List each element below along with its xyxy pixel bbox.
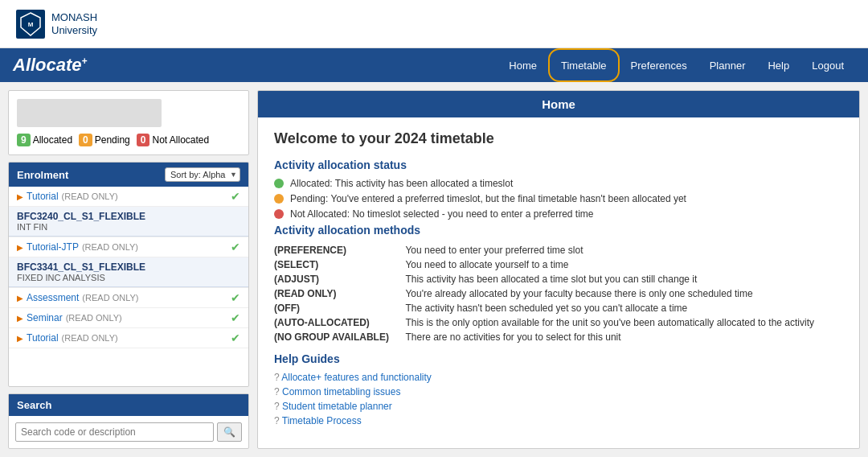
unit-bfc3341[interactable]: BFC3341_CL_S1_FLEXIBLE FIXED INC ANALYSI… xyxy=(9,257,248,287)
main-content: 9 Allocated 0 Pending 0 Not Allocated En… xyxy=(0,82,868,457)
pending-count: 0 xyxy=(79,134,92,146)
check-icon-1: ✔ xyxy=(231,190,240,203)
table-row: (PREFERENCE)You need to enter your prefe… xyxy=(274,243,843,257)
help-link[interactable]: Allocate+ features and functionality xyxy=(281,372,431,383)
method-value: This activity has been allocated a time … xyxy=(400,272,843,286)
list-item: ▶ Tutorial-JTP (READ ONLY) ✔ xyxy=(9,237,248,257)
table-row: (OFF)The activity hasn't been scheduled … xyxy=(274,301,843,315)
readonly-label-4: (READ ONLY) xyxy=(66,313,122,323)
method-value: The activity hasn't been scheduled yet s… xyxy=(400,301,843,315)
profile-image xyxy=(17,99,162,127)
top-bar: M MONASH University xyxy=(0,0,868,48)
method-key: (READ ONLY) xyxy=(274,286,400,301)
allocation-status-title: Activity allocation status xyxy=(274,159,843,171)
nav-timetable[interactable]: Timetable xyxy=(548,48,620,82)
method-value: There are no activities for you to selec… xyxy=(400,330,843,344)
triangle-icon-3: ▶ xyxy=(17,294,23,303)
list-item: Common timetabling issues xyxy=(274,386,843,397)
assessment-label: Assessment xyxy=(27,292,79,303)
table-row: (AUTO-ALLOCATED)This is the only option … xyxy=(274,315,843,330)
triangle-icon-5: ▶ xyxy=(17,334,23,343)
allocate-logo: Allocate+ xyxy=(13,55,88,76)
allocated-label: Allocated xyxy=(33,134,72,146)
tutorial-row-2[interactable]: ▶ Tutorial (READ ONLY) ✔ xyxy=(9,328,248,348)
status-item-not-allocated: Not Allocated: No timeslot selected - yo… xyxy=(274,208,843,220)
pending-label: Pending xyxy=(95,134,130,146)
enrolment-section: Enrolment Sort by: Alpha ▼ ▶ Tutorial (R xyxy=(8,162,249,387)
tutorial-jtp-row[interactable]: ▶ Tutorial-JTP (READ ONLY) ✔ xyxy=(9,237,248,257)
green-dot-icon xyxy=(274,179,284,188)
list-item: Student timetable planner xyxy=(274,401,843,412)
nav-planner[interactable]: Planner xyxy=(698,48,757,82)
status-badges: 9 Allocated 0 Pending 0 Not Allocated xyxy=(17,134,240,146)
list-item: BFC3341_CL_S1_FLEXIBLE FIXED INC ANALYSI… xyxy=(9,257,248,288)
help-link[interactable]: Common timetabling issues xyxy=(282,386,400,397)
unit-name-2: FIXED INC ANALYSIS xyxy=(17,273,240,282)
unit-code-2: BFC3341_CL_S1_FLEXIBLE xyxy=(17,261,240,273)
method-value: You need to allocate yourself to a time xyxy=(400,257,843,272)
search-section: Search 🔍 xyxy=(8,393,249,449)
allocated-count: 9 xyxy=(17,134,31,146)
right-panel: Home Welcome to your 2024 timetable Acti… xyxy=(257,90,860,449)
sort-dropdown[interactable]: Sort by: Alpha xyxy=(165,167,240,182)
triangle-icon-4: ▶ xyxy=(17,314,23,323)
help-link[interactable]: Student timetable planner xyxy=(282,401,392,412)
method-key: (AUTO-ALLOCATED) xyxy=(274,315,400,330)
not-allocated-label: Not Allocated xyxy=(152,134,209,146)
method-value: You're already allocated by your faculty… xyxy=(400,286,843,301)
sort-dropdown-wrapper[interactable]: Sort by: Alpha ▼ xyxy=(165,167,240,182)
nav-home[interactable]: Home xyxy=(497,48,548,82)
unit-bfc3240[interactable]: BFC3240_CL_S1_FLEXIBLE INT FIN xyxy=(9,207,248,237)
nav-help[interactable]: Help xyxy=(756,48,800,82)
seminar-row[interactable]: ▶ Seminar (READ ONLY) ✔ xyxy=(9,308,248,327)
help-guides-list: Allocate+ features and functionalityComm… xyxy=(274,372,843,426)
assessment-row[interactable]: ▶ Assessment (READ ONLY) ✔ xyxy=(9,288,248,307)
check-icon-2: ✔ xyxy=(231,241,240,253)
table-row: (READ ONLY)You're already allocated by y… xyxy=(274,286,843,301)
search-header: Search xyxy=(9,394,248,416)
check-icon-4: ✔ xyxy=(231,311,240,324)
university-name: MONASH University xyxy=(51,11,97,36)
nav-logout[interactable]: Logout xyxy=(800,48,855,82)
right-panel-header: Home xyxy=(258,91,859,117)
monash-logo-icon: M xyxy=(16,10,45,39)
search-button[interactable]: 🔍 xyxy=(217,422,242,442)
search-body: 🔍 xyxy=(9,416,248,448)
svg-text:M: M xyxy=(28,21,34,28)
list-item: ▶ Assessment (READ ONLY) ✔ xyxy=(9,288,248,308)
unit-name-1: INT FIN xyxy=(17,222,240,232)
nav-preferences[interactable]: Preferences xyxy=(620,48,698,82)
enrolment-header: Enrolment Sort by: Alpha ▼ xyxy=(9,163,248,187)
nav-links: Home Timetable Preferences Planner Help … xyxy=(497,48,855,82)
table-row: (ADJUST)This activity has been allocated… xyxy=(274,272,843,286)
search-input[interactable] xyxy=(15,422,214,442)
readonly-label-5: (READ ONLY) xyxy=(62,333,118,343)
method-value: This is the only option available for th… xyxy=(400,315,843,330)
help-guides-title: Help Guides xyxy=(274,352,843,365)
list-item: ▶ Seminar (READ ONLY) ✔ xyxy=(9,308,248,328)
logo-area: M MONASH University xyxy=(16,10,97,39)
readonly-label-3: (READ ONLY) xyxy=(82,293,138,303)
red-dot-icon xyxy=(274,209,284,219)
right-panel-body: Welcome to your 2024 timetable Activity … xyxy=(258,117,859,448)
table-row: (NO GROUP AVAILABLE)There are no activit… xyxy=(274,330,843,344)
list-item: Allocate+ features and functionality xyxy=(274,372,843,383)
seminar-label: Seminar xyxy=(27,312,63,323)
help-link[interactable]: Timetable Process xyxy=(282,415,362,426)
not-allocated-count: 0 xyxy=(137,134,150,146)
methods-table: (PREFERENCE)You need to enter your prefe… xyxy=(274,243,843,344)
method-key: (SELECT) xyxy=(274,257,400,272)
orange-dot-icon xyxy=(274,194,284,204)
method-key: (NO GROUP AVAILABLE) xyxy=(274,330,400,344)
list-item: Timetable Process xyxy=(274,415,843,426)
method-value: You need to enter your preferred time sl… xyxy=(400,243,843,257)
status-item-allocated: Allocated: This activity has been alloca… xyxy=(274,178,843,189)
nav-bar: Allocate+ Home Timetable Preferences Pla… xyxy=(0,48,868,82)
left-panel: 9 Allocated 0 Pending 0 Not Allocated En… xyxy=(8,90,249,449)
readonly-label-1: (READ ONLY) xyxy=(62,191,118,201)
check-icon-3: ✔ xyxy=(231,291,240,304)
allocation-methods-title: Activity allocation methods xyxy=(274,224,843,237)
unit-code-1: BFC3240_CL_S1_FLEXIBLE xyxy=(17,211,240,222)
list-item: BFC3240_CL_S1_FLEXIBLE INT FIN xyxy=(9,207,248,237)
tutorial-row-1[interactable]: ▶ Tutorial (READ ONLY) ✔ xyxy=(9,187,248,206)
